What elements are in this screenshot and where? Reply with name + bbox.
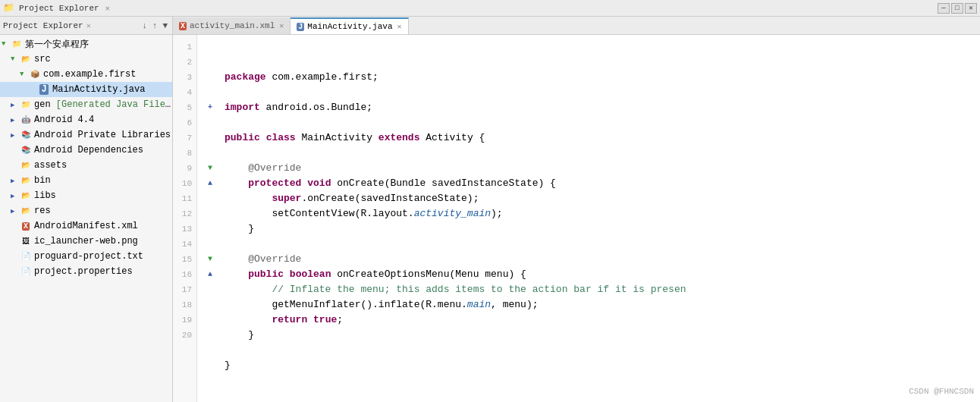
code-line: ▼ @Override xyxy=(203,252,980,267)
package-icon: 📦 xyxy=(29,68,41,80)
code-line: getMenuInflater().inflate(R.menu.main, m… xyxy=(203,297,980,312)
restore-btn[interactable]: □ xyxy=(951,3,963,14)
sidebar-title-label: Project Explorer xyxy=(3,21,83,30)
code-line: } xyxy=(203,358,980,373)
line-number: 12 xyxy=(173,206,196,221)
line-number: 9 xyxy=(173,161,196,176)
tree-item-privatelibs[interactable]: ▶📚Android Private Libraries xyxy=(0,127,172,143)
code-token: class xyxy=(266,130,296,146)
tab-close-btn[interactable]: ✕ xyxy=(397,22,402,31)
tree-item-libs[interactable]: ▶📂libs xyxy=(0,188,172,203)
line-number: 13 xyxy=(173,221,196,237)
code-token: onCreateOptionsMenu(Menu menu) { xyxy=(331,267,526,282)
tree-item-proguard-project-txt[interactable]: 📄proguard-project.txt xyxy=(0,249,172,264)
code-content[interactable]: package com.example.first;+import androi… xyxy=(197,35,980,402)
tree-label: com.example.first xyxy=(43,69,136,80)
line-number: 20 xyxy=(173,328,196,343)
tree-arrow[interactable]: ▼ xyxy=(2,40,11,48)
tree-arrow[interactable]: ▶ xyxy=(11,207,20,215)
window-controls: — □ ✕ xyxy=(938,3,977,14)
fold-arrow-icon[interactable]: ▼ xyxy=(208,161,212,176)
code-token: Activity { xyxy=(419,130,485,146)
code-token: super xyxy=(225,191,301,206)
collapse-all-btn[interactable]: ↓ xyxy=(140,20,149,31)
tree-arrow[interactable]: ▼ xyxy=(20,71,29,78)
fold-expand-icon[interactable]: ▲ xyxy=(208,176,212,191)
code-line xyxy=(203,115,980,130)
fold-arrow-icon[interactable]: ▼ xyxy=(208,252,212,267)
tree-label: MainActivity.java xyxy=(52,84,145,95)
tree-arrow[interactable]: ▶ xyxy=(11,131,20,140)
tree-label: ic_launcher-web.png xyxy=(34,236,138,247)
tree-arrow[interactable]: ▶ xyxy=(11,116,20,124)
tree-label: Android Dependencies xyxy=(34,145,143,155)
code-token: } xyxy=(225,358,231,373)
code-token: ); xyxy=(491,206,503,221)
tree-item-root[interactable]: ▼📁第一个安卓程序 xyxy=(0,36,172,52)
sidebar-title-close[interactable]: ✕ xyxy=(86,21,91,30)
code-token: main xyxy=(467,297,491,312)
tree-item-assets[interactable]: 📂assets xyxy=(0,158,172,173)
folder-icon: 📂 xyxy=(20,174,32,187)
tree-item-dependencies[interactable]: 📚Android Dependencies xyxy=(0,143,172,158)
tree-item-bin[interactable]: ▶📂bin xyxy=(0,173,172,188)
title-close-icon[interactable]: ✕ xyxy=(105,4,110,13)
code-line: public class MainActivity extends Activi… xyxy=(203,130,980,146)
tree-label: assets xyxy=(34,160,67,171)
tree-label: src xyxy=(34,54,51,64)
tree-item-res[interactable]: ▶📂res xyxy=(0,203,172,218)
tree-item-gen[interactable]: ▶📁gen [Generated Java Files] xyxy=(0,97,172,112)
tree-arrow[interactable]: ▶ xyxy=(11,101,20,109)
tree-item-src[interactable]: ▼📂src xyxy=(0,52,172,67)
lib-icon: 📚 xyxy=(20,144,32,156)
code-line xyxy=(203,237,980,252)
view-menu-btn[interactable]: ▼ xyxy=(161,20,169,31)
tree-item-android44[interactable]: ▶🤖Android 4.4 xyxy=(0,112,172,127)
code-token: activity_main xyxy=(414,206,491,221)
lib-icon: 📚 xyxy=(20,129,32,141)
tab-close-btn[interactable]: ✕ xyxy=(279,21,284,30)
fold-plus-icon[interactable]: + xyxy=(208,100,212,115)
tree-arrow[interactable]: ▶ xyxy=(11,177,20,185)
line-number: 17 xyxy=(173,282,196,297)
line-number: 10 xyxy=(173,176,196,191)
line-number: 8 xyxy=(173,146,196,161)
tree-label: res xyxy=(34,206,51,216)
tree-label: bin xyxy=(34,175,51,186)
code-editor[interactable]: 1234567891011121314151617181920 package … xyxy=(173,35,980,402)
tree-arrow[interactable]: ▼ xyxy=(11,55,20,63)
tree-label: Android Private Libraries xyxy=(34,130,171,140)
maximize-btn[interactable]: ✕ xyxy=(965,3,977,14)
line-number: 7 xyxy=(173,130,196,146)
code-token: android.os.Bundle; xyxy=(260,100,372,115)
editor-area: Xactivity_main.xml✕JMainActivity.java✕ 1… xyxy=(173,17,980,402)
tree-item-ic-launcher-web-png[interactable]: 🖼ic_launcher-web.png xyxy=(0,234,172,249)
line-number: 11 xyxy=(173,191,196,206)
code-token: .onCreate(savedInstanceState); xyxy=(301,191,479,206)
project-tree: ▼📁第一个安卓程序▼📂src▼📦com.example.firstJMainAc… xyxy=(0,35,172,402)
tab-MainActivity[interactable]: JMainActivity.java✕ xyxy=(291,17,408,34)
tree-label: gen [Generated Java Files] xyxy=(34,99,172,110)
line-numbers: 1234567891011121314151617181920 xyxy=(173,35,197,402)
line-number: 2 xyxy=(173,55,196,70)
watermark: CSDN @FHNCSDN xyxy=(909,387,974,396)
tree-arrow[interactable]: ▶ xyxy=(11,192,20,200)
png-icon: 🖼 xyxy=(20,235,32,247)
tree-item-androidmanifest-xml[interactable]: XAndroidManifest.xml xyxy=(0,218,172,234)
tree-label: project.properties xyxy=(34,266,133,277)
fold-expand-icon[interactable]: ▲ xyxy=(208,267,212,282)
project-explorer-title: Project Explorer xyxy=(19,4,99,13)
code-line xyxy=(203,343,980,358)
tree-item-mainactivity-java[interactable]: JMainActivity.java xyxy=(0,82,172,97)
title-bar-text: 📁 Project Explorer ✕ xyxy=(3,2,110,14)
tab-activity_main[interactable]: Xactivity_main.xml✕ xyxy=(173,17,291,34)
txt-icon: 📄 xyxy=(20,250,32,262)
folder-icon: 📂 xyxy=(20,159,32,171)
code-line: ▼ @Override xyxy=(203,161,980,176)
gen-icon: 📁 xyxy=(20,99,32,111)
link-editor-btn[interactable]: ↑ xyxy=(151,20,159,31)
tree-item-project-properties[interactable]: 📄project.properties xyxy=(0,264,172,279)
tree-item-com-example-first[interactable]: ▼📦com.example.first xyxy=(0,67,172,82)
code-token: } xyxy=(225,221,254,237)
minimize-btn[interactable]: — xyxy=(938,3,950,14)
